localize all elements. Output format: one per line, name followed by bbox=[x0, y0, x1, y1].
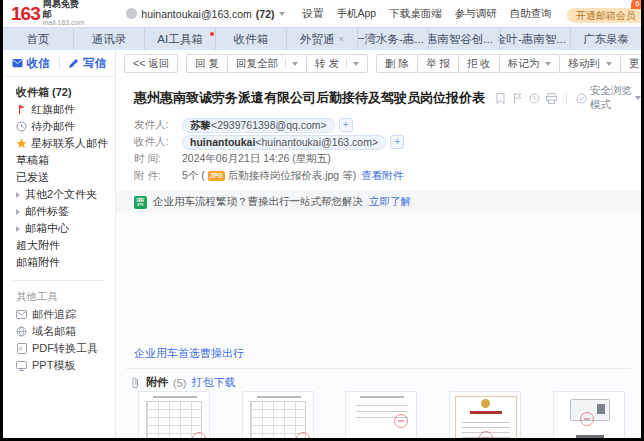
chevron-down-icon bbox=[279, 12, 285, 16]
mail-header: 惠州惠南致诚劳务派遣有限公司后勤接待及驾驶员岗位报价表 安全浏览模式 bbox=[116, 77, 641, 191]
account-menu[interactable]: huinantoukai@163.com (72) bbox=[126, 8, 284, 20]
sidebar-item-domain-mail[interactable]: 域名邮箱 bbox=[16, 323, 115, 340]
logo-name: 网易免费邮 bbox=[43, 0, 85, 19]
sender-pill[interactable]: 苏黎 <2939761398@qq.com> bbox=[182, 118, 335, 133]
survey-link[interactable]: 参与调研 bbox=[455, 7, 497, 21]
chevron-down-icon[interactable] bbox=[353, 62, 359, 66]
tab-ai-toolbox[interactable]: AI工具箱 bbox=[145, 28, 216, 50]
add-contact-button[interactable]: + bbox=[390, 135, 404, 149]
attachment-thumbnail[interactable] bbox=[345, 391, 417, 438]
sidebar-item-drafts[interactable]: 草稿箱 bbox=[16, 152, 115, 169]
write-mail-button[interactable]: 写信 bbox=[60, 50, 116, 76]
attach-filename: 后勤接待岗位报价表.jpg 等) bbox=[228, 169, 356, 183]
receive-mail-button[interactable]: 收信 bbox=[3, 50, 59, 76]
sidebar-item-todo[interactable]: 待办邮件 bbox=[16, 118, 115, 135]
subject-icons bbox=[495, 93, 557, 104]
add-contact-button[interactable]: + bbox=[339, 118, 353, 132]
close-icon[interactable]: × bbox=[339, 34, 344, 44]
tab-inbox[interactable]: 收件箱 bbox=[216, 28, 287, 50]
attach-count: 5个 ( bbox=[182, 169, 205, 183]
from-label: 发件人: bbox=[134, 118, 182, 132]
reject-button[interactable]: 拒 收 bbox=[458, 54, 500, 73]
thumb-license-title bbox=[470, 411, 502, 414]
report-button[interactable]: 举 报 bbox=[417, 54, 459, 73]
tool-label: 邮件追踪 bbox=[32, 306, 76, 323]
vip-pill[interactable]: 开通邮箱会员 bbox=[567, 8, 641, 23]
sidebar-item-sent[interactable]: 已发送 bbox=[16, 169, 115, 186]
sidebar-item-inbox[interactable]: 收件箱 (72) bbox=[16, 84, 115, 101]
folder-label: 草稿箱 bbox=[16, 152, 49, 169]
topbar: 163 网易免费邮 mail.163.com huinantoukai@163.… bbox=[3, 0, 641, 27]
move-to-button[interactable]: 移动到 bbox=[559, 54, 621, 73]
safe-browse-mode[interactable]: 安全浏览模式 bbox=[576, 84, 641, 112]
163-logo[interactable]: 163 网易免费邮 mail.163.com bbox=[11, 0, 84, 26]
attachment-thumbnail[interactable] bbox=[138, 391, 210, 438]
sidebar-item-mailbox-attachments[interactable]: 邮箱附件 bbox=[16, 254, 115, 271]
attachment-card[interactable]: 法人身份证复印... 131.2K bbox=[537, 391, 641, 438]
flag-icon[interactable] bbox=[512, 93, 523, 104]
chevron-right-icon bbox=[16, 192, 20, 198]
sidebar-item-flagged[interactable]: 红旗邮件 bbox=[16, 101, 115, 118]
tool-label: 域名邮箱 bbox=[32, 323, 76, 340]
back-button[interactable]: << 返回 bbox=[124, 54, 178, 73]
attachment-card[interactable]: 后勤接待岗位报... 115.23K bbox=[122, 391, 226, 438]
back-group: << 返回 bbox=[124, 54, 178, 73]
reply-all-button[interactable]: 回复全部 bbox=[227, 54, 307, 73]
attachment-thumbnail[interactable] bbox=[553, 391, 625, 438]
mark-as-label: 标记为 bbox=[508, 57, 540, 71]
mobile-app-link[interactable]: 手机App bbox=[337, 7, 377, 21]
tab-foreign-trade[interactable]: 外贸通× bbox=[287, 28, 358, 50]
sidebar-item-large-attachments[interactable]: 超大附件 bbox=[16, 237, 115, 254]
divider bbox=[126, 368, 631, 369]
webmail-window: 163 网易免费邮 mail.163.com huinantoukai@163.… bbox=[3, 0, 641, 438]
body-ad-link[interactable]: 企业用车首选曹操出行 bbox=[134, 346, 244, 361]
tab-mail-2[interactable]: 惠南智谷创...× bbox=[429, 28, 500, 50]
delete-button[interactable]: 删 除 bbox=[376, 54, 418, 73]
sidebar-item-mail-center[interactable]: 邮箱中心 bbox=[16, 220, 115, 237]
chevron-down-icon[interactable] bbox=[292, 62, 298, 66]
chevron-down-icon bbox=[545, 62, 551, 66]
ad-learn-more-link[interactable]: 立即了解 bbox=[369, 195, 411, 209]
attachment-card[interactable]: 法人身份证证明.j... 84.78K bbox=[330, 391, 434, 438]
desktop-download-link[interactable]: 下载桌面端 bbox=[389, 7, 442, 21]
logo-number: 163 bbox=[11, 4, 40, 23]
to-row: 收件人: huinantoukai <huinantoukai@163.com>… bbox=[134, 134, 641, 150]
sidebar-item-mail-tracking[interactable]: 邮件追踪 bbox=[16, 306, 115, 323]
sidebar-item-ppt-templates[interactable]: PPT模板 bbox=[16, 357, 115, 374]
reply-button[interactable]: 回 复 bbox=[186, 54, 228, 73]
sidebar-item-other-folders[interactable]: 其他2个文件夹 bbox=[16, 186, 115, 203]
new-badge-dot bbox=[210, 32, 214, 36]
tab-mail-4[interactable]: 广东泉泰 bbox=[571, 28, 641, 50]
tab-label: 一湾水务-惠... bbox=[358, 32, 424, 47]
tab-home[interactable]: 首页 bbox=[3, 28, 74, 50]
more-button[interactable]: 更 多 bbox=[620, 54, 641, 73]
avatar bbox=[126, 8, 137, 19]
mark-as-button[interactable]: 标记为 bbox=[499, 54, 561, 73]
settings-link[interactable]: 设置 bbox=[303, 7, 324, 21]
attachment-card[interactable]: 营业执照.jpg 182.06K bbox=[433, 391, 537, 438]
view-attachments-link[interactable]: 查看附件 bbox=[361, 169, 403, 183]
tab-mail-3[interactable]: 金叶-惠南智...× bbox=[500, 28, 571, 50]
print-icon[interactable] bbox=[546, 93, 557, 104]
recipient-pill[interactable]: huinantoukai <huinantoukai@163.com> bbox=[182, 135, 386, 150]
vip-membership[interactable]: 开通邮箱会员 618 bbox=[567, 5, 641, 23]
compose-row: 收信 写信 bbox=[3, 50, 115, 77]
download-all-link[interactable]: 打包下载 bbox=[191, 375, 235, 390]
globe-icon bbox=[16, 326, 27, 337]
mail-track-icon bbox=[16, 309, 27, 320]
tab-mail-1[interactable]: 一湾水务-惠...× bbox=[358, 28, 429, 50]
bookmark-icon[interactable] bbox=[495, 93, 506, 104]
attachment-cards: 后勤接待岗位报... 115.23K 驾驶员岗位报价... 113.43K bbox=[122, 391, 641, 438]
paperclip-icon bbox=[130, 377, 141, 388]
sidebar-item-pdf-tools[interactable]: P PDF转换工具 bbox=[16, 340, 115, 357]
attachment-thumbnail[interactable] bbox=[242, 391, 314, 438]
attachment-thumbnail[interactable] bbox=[449, 391, 521, 438]
tab-contacts[interactable]: 通讯录 bbox=[74, 28, 145, 50]
sidebar-item-starred[interactable]: 星标联系人邮件 bbox=[16, 135, 115, 152]
self-service-link[interactable]: 自助查询 bbox=[510, 7, 552, 21]
clock-icon[interactable] bbox=[529, 93, 540, 104]
attachment-card[interactable]: 驾驶员岗位报价... 113.43K bbox=[226, 391, 330, 438]
sidebar-item-labels[interactable]: 邮件标签 bbox=[16, 203, 115, 220]
recipient-name: huinantoukai bbox=[190, 135, 255, 149]
forward-button[interactable]: 转 发 bbox=[306, 54, 368, 73]
